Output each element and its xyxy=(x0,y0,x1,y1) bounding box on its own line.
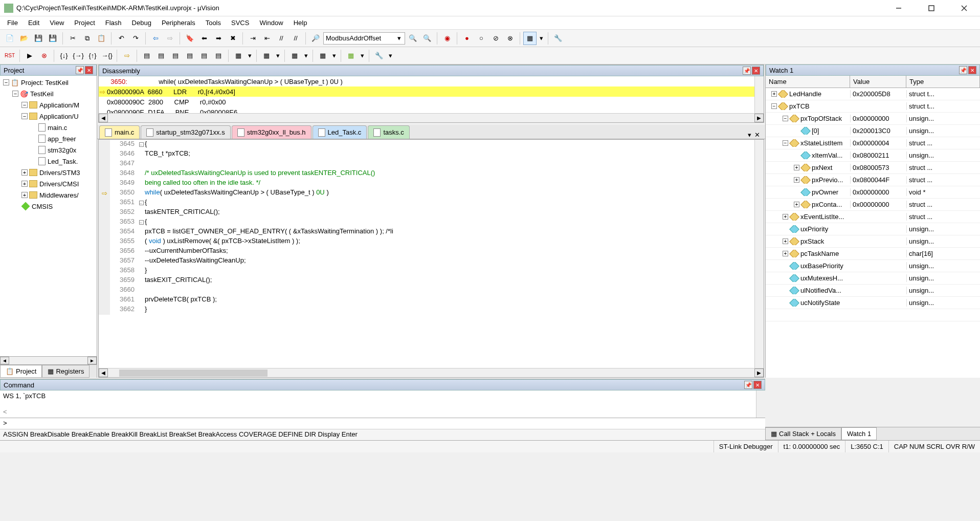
callstack-window-icon[interactable]: ▤ xyxy=(197,49,211,62)
menu-view[interactable]: View xyxy=(44,17,69,29)
save-all-icon[interactable]: 💾 xyxy=(46,32,59,45)
debug-icon[interactable]: ◉ xyxy=(440,32,454,45)
watch-row[interactable]: uxBasePriorityunsign... xyxy=(766,260,980,272)
memory-window-icon[interactable]: ▦ xyxy=(232,49,245,62)
registers-window-icon[interactable]: ▤ xyxy=(183,49,196,62)
disasm-window-icon[interactable]: ▤ xyxy=(154,49,168,62)
save-icon[interactable]: 💾 xyxy=(32,32,45,45)
undo-icon[interactable]: ↶ xyxy=(115,32,128,45)
tree-item[interactable]: −🎯TestKeil xyxy=(0,88,97,99)
editor-tab[interactable]: tasks.c xyxy=(368,125,409,139)
close-button[interactable] xyxy=(952,1,976,16)
new-file-icon[interactable]: 📄 xyxy=(3,32,16,45)
editor-tab[interactable]: stm32g0xx_ll_bus.h xyxy=(232,125,311,139)
find-in-files-icon[interactable]: 🔎 xyxy=(309,32,322,45)
close-icon[interactable]: ✕ xyxy=(968,66,976,74)
stop-icon[interactable]: ⊗ xyxy=(37,49,51,62)
scrollbar-vertical[interactable] xyxy=(756,390,765,418)
step-over-icon[interactable]: {→} xyxy=(72,49,85,62)
watch-enter-expression[interactable] xyxy=(766,309,980,321)
callstack-tab[interactable]: ▦ Call Stack + Locals xyxy=(765,427,841,440)
pin-icon[interactable]: 📌 xyxy=(959,66,967,74)
tree-item[interactable]: app_freer xyxy=(0,133,97,144)
tree-item[interactable]: Led_Task. xyxy=(0,156,97,167)
watch-tree[interactable]: +LedHandle0x200005D8struct t...−pxTCBstr… xyxy=(766,88,980,378)
command-input[interactable]: > xyxy=(0,418,765,429)
scrollbar-vertical[interactable] xyxy=(754,76,764,113)
step-into-icon[interactable]: {↓} xyxy=(57,49,71,62)
menu-peripherals[interactable]: Peripherals xyxy=(157,17,201,29)
editor-tab[interactable]: startup_stm32g071xx.s xyxy=(141,125,230,139)
watch-row[interactable]: +pxPrevio...0x0800044Fstruct ... xyxy=(766,174,980,186)
tree-item[interactable]: −Application/M xyxy=(0,99,97,111)
maximize-button[interactable] xyxy=(920,1,943,16)
watch1-tab[interactable]: Watch 1 xyxy=(841,427,877,440)
watch-row[interactable]: −xStateListItem0x00000004struct ... xyxy=(766,137,980,149)
menu-file[interactable]: File xyxy=(2,17,23,29)
window-layout-icon[interactable]: ▦ xyxy=(523,32,537,45)
editor-tab[interactable]: main.c xyxy=(99,125,140,139)
analysis-window-icon[interactable]: ▦ xyxy=(288,49,301,62)
pin-icon[interactable]: 📌 xyxy=(743,67,751,75)
watch-row[interactable]: uxMutexesH...unsign... xyxy=(766,272,980,285)
editor-tab[interactable]: Led_Task.c xyxy=(313,125,367,139)
menu-debug[interactable]: Debug xyxy=(127,17,157,29)
run-icon[interactable]: ▶ xyxy=(23,49,36,62)
menu-project[interactable]: Project xyxy=(69,17,100,29)
watch-row[interactable]: +xEventListIte...struct ... xyxy=(766,211,980,223)
close-icon[interactable]: ✕ xyxy=(753,381,762,389)
find-next-icon[interactable]: 🔍 xyxy=(420,32,434,45)
watch-row[interactable]: −pxTopOfStack0x00000000unsign... xyxy=(766,113,980,125)
watch-row[interactable]: [0]0x200013C0unsign... xyxy=(766,125,980,137)
indent-icon[interactable]: ⇥ xyxy=(246,32,259,45)
nav-fwd-icon[interactable]: ⇨ xyxy=(163,32,176,45)
paste-icon[interactable]: 📋 xyxy=(95,32,108,45)
close-tab-icon[interactable]: ✕ xyxy=(754,131,760,139)
project-hscroll[interactable]: ◄► xyxy=(0,356,97,364)
tab-list-icon[interactable]: ▾ xyxy=(748,131,751,139)
step-out-icon[interactable]: {↑} xyxy=(86,49,99,62)
tree-item[interactable]: stm32g0x xyxy=(0,144,97,156)
close-icon[interactable]: ✕ xyxy=(85,66,93,74)
outdent-icon[interactable]: ⇤ xyxy=(260,32,274,45)
bookmark-clear-icon[interactable]: ✖ xyxy=(226,32,239,45)
serial-window-icon[interactable]: ▦ xyxy=(260,49,273,62)
nav-back-icon[interactable]: ⇦ xyxy=(149,32,162,45)
watch-row[interactable]: +pxConta...0x00000000struct ... xyxy=(766,199,980,211)
watch-row[interactable]: ucNotifyStateunsign... xyxy=(766,297,980,309)
menu-tools[interactable]: Tools xyxy=(201,17,226,29)
watch-row[interactable]: +pxNext0x08000573struct ... xyxy=(766,162,980,174)
symbol-window-icon[interactable]: ▤ xyxy=(169,49,182,62)
menu-flash[interactable]: Flash xyxy=(100,17,127,29)
reset-icon[interactable]: RST xyxy=(3,49,16,62)
tree-item[interactable]: +Middlewares/ xyxy=(0,189,97,201)
tree-item[interactable]: −Application/U xyxy=(0,111,97,122)
system-viewer-icon[interactable]: ▦ xyxy=(344,49,358,62)
command-window-icon[interactable]: ▤ xyxy=(140,49,153,62)
breakpoint-insert-icon[interactable]: ● xyxy=(460,32,474,45)
menu-help[interactable]: Help xyxy=(288,17,313,29)
tree-item[interactable]: −📋Project: TestKeil xyxy=(0,77,97,88)
watch-row[interactable]: +pxStackunsign... xyxy=(766,235,980,248)
tree-item[interactable]: +Drivers/CMSI xyxy=(0,178,97,189)
scrollbar-horizontal[interactable]: ◄ ► xyxy=(99,368,764,377)
comment-icon[interactable]: // xyxy=(275,32,288,45)
bookmark-icon[interactable]: 🔖 xyxy=(183,32,196,45)
redo-icon[interactable]: ↷ xyxy=(129,32,142,45)
command-output[interactable]: WS 1, `pxTCB < xyxy=(0,390,765,418)
copy-icon[interactable]: ⧉ xyxy=(80,32,94,45)
registers-tab[interactable]: ▦ Registers xyxy=(42,365,90,378)
scrollbar-vertical[interactable] xyxy=(754,140,764,368)
breakpoint-enable-icon[interactable]: ○ xyxy=(475,32,488,45)
pin-icon[interactable]: 📌 xyxy=(744,381,752,389)
scrollbar-horizontal[interactable]: ◄ ► xyxy=(99,113,764,122)
menu-svcs[interactable]: SVCS xyxy=(226,17,254,29)
bookmark-prev-icon[interactable]: ⬅ xyxy=(197,32,211,45)
run-to-cursor-icon[interactable]: →{} xyxy=(100,49,114,62)
breakpoint-disable-icon[interactable]: ⊘ xyxy=(489,32,502,45)
breakpoint-kill-icon[interactable]: ⊗ xyxy=(503,32,517,45)
watch-window-icon[interactable]: ▤ xyxy=(212,49,225,62)
watch-row[interactable]: ulNotifiedVa...unsign... xyxy=(766,285,980,297)
project-tab[interactable]: 📋 Project xyxy=(0,365,42,378)
cut-icon[interactable]: ✂ xyxy=(66,32,79,45)
